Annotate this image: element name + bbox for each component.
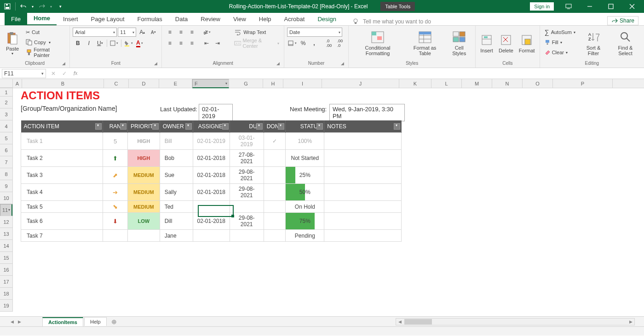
filter-button[interactable] (152, 123, 159, 130)
row-header-11[interactable]: 11 (0, 204, 12, 216)
filter-button[interactable] (316, 123, 323, 130)
row-header-8[interactable]: 8 (0, 168, 12, 180)
table-row[interactable]: Task 5⬊MEDIUMTedOn Hold (21, 201, 402, 213)
close-icon[interactable] (622, 0, 642, 13)
font-size-select[interactable]: 11 (118, 28, 136, 37)
worksheet-grid[interactable]: ABCDEFGHIJKLMNOP 12345678910111213141516… (0, 79, 644, 316)
add-sheet-icon[interactable]: ⊕ (109, 317, 119, 326)
italic-button[interactable]: I (84, 39, 94, 48)
tab-design[interactable]: Design (311, 13, 342, 25)
fill-color-button[interactable] (123, 39, 133, 48)
accounting-format-icon[interactable] (287, 39, 297, 48)
table-row[interactable]: Task 4➔MEDIUMSally02-01-201829-08-202150… (21, 184, 402, 201)
col-header-P[interactable]: P (553, 79, 613, 88)
tab-home[interactable]: Home (27, 12, 57, 25)
tell-me-search[interactable]: Tell me what you want to do (352, 18, 431, 25)
col-header-F[interactable]: F (192, 79, 229, 88)
tab-acrobat[interactable]: Acrobat (278, 13, 311, 25)
bold-button[interactable]: B (73, 39, 83, 48)
maximize-icon[interactable] (601, 0, 621, 13)
find-select-button[interactable]: Find & Select (610, 28, 641, 58)
insert-function-icon[interactable]: fx (70, 69, 81, 78)
copy-button[interactable]: Copy▾ (24, 38, 67, 47)
align-top-icon[interactable]: ≡ (165, 28, 175, 37)
filter-button[interactable] (278, 123, 284, 130)
align-middle-icon[interactable]: ≡ (176, 28, 186, 37)
row-header-19[interactable]: 19 (0, 300, 12, 312)
col-header-G[interactable]: G (229, 79, 263, 88)
col-header-K[interactable]: K (399, 79, 431, 88)
share-button[interactable]: Share (607, 16, 638, 25)
row-header-17[interactable]: 17 (0, 276, 12, 288)
row-header-12[interactable]: 12 (0, 216, 12, 228)
horizontal-scrollbar[interactable]: ◀ ▶ (396, 318, 635, 325)
table-row[interactable]: Task 6⬇LOWDill02-01-201829-08-202175% (21, 213, 402, 230)
row-header-3[interactable]: 3 (0, 108, 12, 120)
sheet-nav-last-icon[interactable]: ▶ (16, 318, 23, 325)
sheet-tab-actionitems[interactable]: ActionItems (42, 317, 83, 326)
col-header-E[interactable]: E (159, 79, 192, 88)
redo-icon[interactable] (36, 1, 47, 11)
col-header-M[interactable]: M (462, 79, 492, 88)
row-header-10[interactable]: 10 (0, 192, 12, 204)
font-name-select[interactable]: Arial (73, 28, 117, 37)
col-header-L[interactable]: L (431, 79, 462, 88)
filter-button[interactable] (394, 123, 400, 130)
next-meeting-value[interactable]: Wed, 9-Jan-2019, 3:30 PM (329, 104, 405, 121)
autosum-button[interactable]: ∑AutoSum▾ (543, 28, 577, 37)
clear-button[interactable]: Clear▾ (543, 48, 577, 57)
row-header-18[interactable]: 18 (0, 288, 12, 300)
last-updated-value[interactable]: 02-01-2019 (199, 104, 233, 121)
row-header-6[interactable]: 6 (0, 144, 12, 156)
number-format-select[interactable]: Date (287, 28, 342, 37)
row-header-13[interactable]: 13 (0, 228, 12, 240)
row-header-2[interactable]: 2 (0, 97, 12, 108)
decrease-font-icon[interactable]: A▾ (148, 28, 158, 37)
delete-cells-button[interactable]: Delete (497, 28, 515, 58)
ribbon-options-icon[interactable] (558, 0, 579, 13)
col-header-C[interactable]: C (104, 79, 129, 88)
save-icon[interactable] (2, 1, 13, 11)
scroll-left-icon[interactable]: ◀ (396, 319, 403, 324)
row-header-9[interactable]: 9 (0, 180, 12, 192)
tab-file[interactable]: File (5, 13, 27, 25)
row-header-4[interactable]: 4 (0, 120, 12, 132)
cut-button[interactable]: ✂Cut (24, 28, 67, 37)
cancel-formula-icon[interactable]: ✕ (48, 69, 59, 78)
formula-input[interactable] (81, 69, 644, 78)
insert-cells-button[interactable]: Insert (478, 28, 495, 58)
enter-formula-icon[interactable]: ✓ (59, 69, 70, 78)
tab-review[interactable]: Review (194, 13, 227, 25)
format-painter-button[interactable]: Format Painter (24, 48, 67, 57)
scroll-right-icon[interactable]: ▶ (627, 319, 634, 324)
paste-button[interactable]: Paste ▾ (3, 28, 22, 58)
increase-decimal-icon[interactable]: .0.00 (324, 39, 334, 48)
wrap-text-button[interactable]: Wrap Text (232, 28, 281, 37)
tab-insert[interactable]: Insert (57, 13, 85, 25)
row-header-5[interactable]: 5 (0, 132, 12, 144)
filter-button[interactable] (222, 123, 229, 130)
format-as-table-button[interactable]: Format as Table (406, 28, 444, 58)
increase-font-icon[interactable]: A▴ (137, 28, 147, 37)
table-row[interactable]: Task 2⬆HIGHBob02-01-201827-08-2021Not St… (21, 150, 402, 167)
filter-button[interactable] (256, 123, 263, 130)
filter-button[interactable] (185, 123, 192, 130)
underline-button[interactable]: U▾ (95, 39, 105, 48)
comma-format-icon[interactable]: , (309, 39, 319, 48)
table-row[interactable]: Task 15HIGHBill02-01-201903-01-2019✓100% (21, 133, 402, 150)
undo-icon[interactable] (18, 1, 29, 11)
sheet-nav-first-icon[interactable]: ◀ (8, 318, 16, 325)
increase-indent-icon[interactable]: ⇥ (213, 39, 223, 48)
fill-button[interactable]: Fill▾ (543, 38, 577, 47)
align-left-icon[interactable]: ≡ (165, 39, 175, 48)
row-header-15[interactable]: 15 (0, 252, 12, 264)
qat-customize-icon[interactable]: ▾ (55, 1, 66, 11)
undo-dropdown-icon[interactable]: ▾ (30, 1, 35, 11)
font-color-button[interactable]: A (134, 39, 144, 48)
filter-button[interactable] (95, 123, 102, 130)
col-header-J[interactable]: J (322, 79, 399, 88)
col-header-I[interactable]: I (283, 79, 322, 88)
conditional-formatting-button[interactable]: Conditional Formatting (351, 28, 404, 58)
decrease-decimal-icon[interactable]: .00.0 (335, 39, 345, 48)
align-right-icon[interactable]: ≡ (187, 39, 197, 48)
